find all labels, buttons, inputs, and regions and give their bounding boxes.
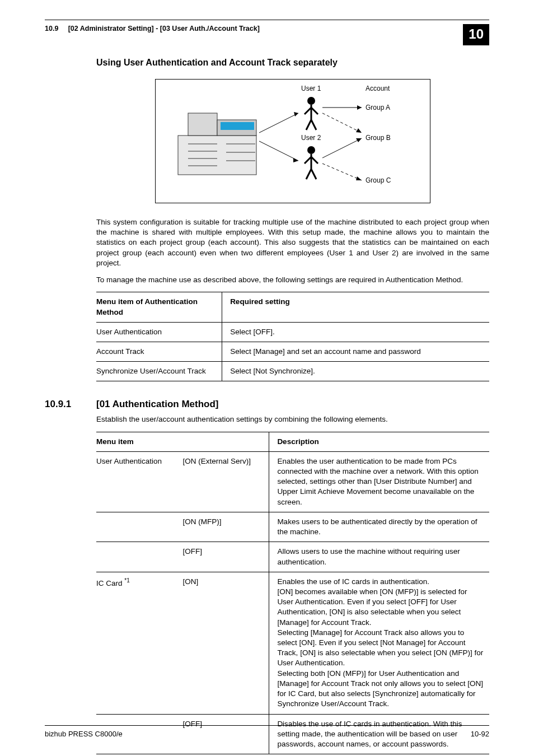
t2-desc: Makes users to be authenticated directly… xyxy=(269,512,489,542)
t1-cell: Select [Not Synchronize]. xyxy=(222,362,489,381)
ic-card-sup: *1 xyxy=(124,577,129,584)
paragraph: To manage the machine use as described a… xyxy=(96,275,489,285)
page-header: 10.9 [02 Administrator Setting] - [03 Us… xyxy=(45,24,489,45)
t2-desc: Enables the user authentication to be ma… xyxy=(269,451,489,512)
t2-menu: User Authentication xyxy=(96,451,182,512)
diagram-label-groupC: Group C xyxy=(366,176,391,185)
section-heading: 10.9.1 [01 Authentication Method] xyxy=(45,398,489,411)
table-row: [ON (MFP)] Makes users to be authenticat… xyxy=(96,512,489,542)
diagram-container: User 1 User 2 Account Group A Group B Gr… xyxy=(96,79,489,203)
table-row: User Authentication Select [OFF]. xyxy=(96,322,489,342)
diagram-label-user2: User 2 xyxy=(301,133,321,142)
svg-line-21 xyxy=(322,138,362,158)
svg-rect-3 xyxy=(221,122,254,130)
footer-page: 10-92 xyxy=(471,729,489,739)
svg-line-23 xyxy=(322,164,362,180)
rule-top xyxy=(45,20,489,20)
svg-marker-12 xyxy=(294,112,298,116)
t2-menu-empty xyxy=(96,542,182,572)
ic-card-label: IC Card xyxy=(96,578,124,587)
t1-cell: Select [OFF]. xyxy=(222,322,489,342)
svg-marker-24 xyxy=(356,176,362,180)
paragraph: Establish the user/account authenticatio… xyxy=(96,414,489,424)
svg-point-15 xyxy=(307,97,315,105)
diagram-label-account: Account xyxy=(366,84,390,93)
t2-opt: [OFF] xyxy=(182,542,269,572)
svg-line-19 xyxy=(322,113,362,133)
auth-method-table: Menu item of Authentication Method Requi… xyxy=(96,292,489,381)
chapter-number-block: 10 xyxy=(463,24,489,45)
t2-menu: IC Card *1 xyxy=(96,572,182,714)
diagram-label-user1: User 1 xyxy=(301,84,321,93)
t1-header-req: Required setting xyxy=(222,292,489,322)
t2-header-desc: Description xyxy=(269,432,489,451)
table-row: Account Track Select [Manage] and set an… xyxy=(96,342,489,361)
diagram-box: User 1 User 2 Account Group A Group B Gr… xyxy=(155,79,430,203)
t1-cell: Account Track xyxy=(96,342,222,361)
svg-line-13 xyxy=(259,141,298,161)
footer-model: bizhub PRESS C8000/e xyxy=(45,729,123,739)
svg-rect-1 xyxy=(188,113,217,136)
t1-cell: Select [Manage] and set an account name … xyxy=(222,342,489,361)
page: 10.9 [02 Administrator Setting] - [03 Us… xyxy=(0,0,534,756)
diagram-label-groupA: Group A xyxy=(366,103,390,112)
section-title: [01 Authentication Method] xyxy=(96,398,218,411)
table-row: [OFF] Allows users to use the machine wi… xyxy=(96,542,489,572)
svg-point-16 xyxy=(307,146,315,154)
t2-opt: [ON (MFP)] xyxy=(182,512,269,542)
t1-cell: Synchronize User/Account Track xyxy=(96,362,222,381)
t2-desc: Enables the use of IC cards in authentic… xyxy=(269,572,489,714)
t1-cell: User Authentication xyxy=(96,322,222,342)
section-number: 10.9.1 xyxy=(45,398,96,411)
svg-marker-22 xyxy=(356,138,362,142)
t1-header-menu: Menu item of Authentication Method xyxy=(96,292,222,322)
svg-rect-0 xyxy=(178,136,256,175)
t2-desc: Allows users to use the machine without … xyxy=(269,542,489,572)
t2-opt: [ON (External Serv)] xyxy=(182,451,269,512)
svg-marker-18 xyxy=(357,105,362,110)
t2-header-menu: Menu item xyxy=(96,432,269,451)
table-row: User Authentication [ON (External Serv)]… xyxy=(96,451,489,512)
t2-menu-empty xyxy=(96,512,182,542)
svg-line-11 xyxy=(259,113,298,133)
t2-opt: [ON] xyxy=(182,572,269,714)
page-footer: bizhub PRESS C8000/e 10-92 xyxy=(45,725,489,739)
svg-marker-20 xyxy=(356,128,362,133)
table-row: Synchronize User/Account Track Select [N… xyxy=(96,362,489,381)
subheading: Using User Authentication and Account Tr… xyxy=(96,57,489,69)
menu-item-table: Menu item Description User Authenticatio… xyxy=(96,432,489,755)
running-head: 10.9 [02 Administrator Setting] - [03 Us… xyxy=(45,24,260,34)
paragraph: This system configuration is suitable fo… xyxy=(96,217,489,268)
diagram-label-groupB: Group B xyxy=(366,133,391,142)
table-row: IC Card *1 [ON] Enables the use of IC ca… xyxy=(96,572,489,714)
